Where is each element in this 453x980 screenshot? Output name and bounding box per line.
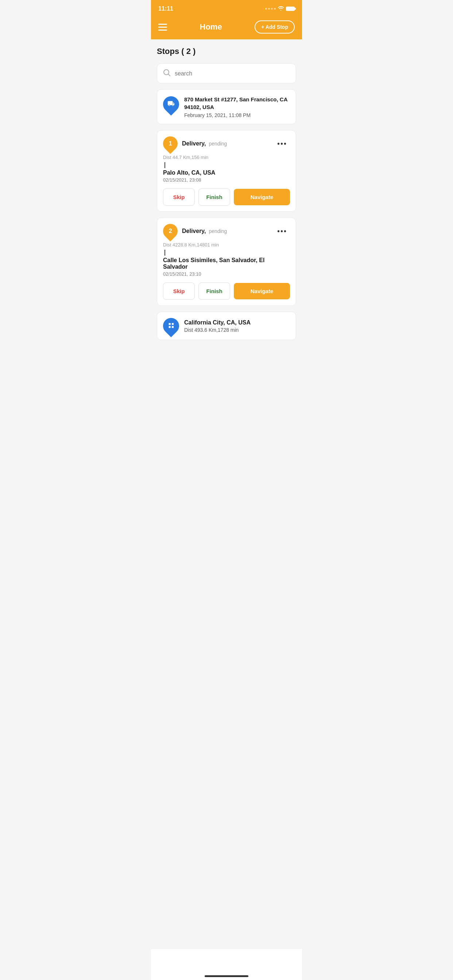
stop-1-left: 1 Delivery, pending — [163, 136, 227, 151]
stop-1-number: 1 — [169, 140, 172, 147]
stop-2-finish-button[interactable]: Finish — [198, 283, 230, 300]
search-bar[interactable] — [157, 64, 296, 83]
stop-2-type-row: Delivery, pending — [182, 228, 227, 234]
wifi-icon — [278, 6, 284, 12]
stop-1-finish-button[interactable]: Finish — [198, 188, 230, 205]
stop-2-skip-button[interactable]: Skip — [163, 283, 195, 300]
main-content: Stops ( 2 ) 870 Market St #1277, San Fra… — [151, 40, 302, 353]
stop-2-divider — [164, 250, 165, 256]
stop-2-dist: Dist 4228.8 Km,14801 min — [163, 242, 290, 248]
stop-1-navigate-button[interactable]: Navigate — [234, 189, 290, 205]
current-location-date: February 15, 2021, 11:08 PM — [184, 112, 290, 118]
current-location-address: 870 Market St #1277, San Francisco, CA 9… — [184, 95, 290, 111]
add-stop-button[interactable]: + Add Stop — [255, 21, 295, 33]
stop-1-type-row: Delivery, pending — [182, 140, 227, 147]
stop-1-more-button[interactable]: ••• — [274, 138, 290, 150]
status-time: 11:11 — [158, 5, 173, 12]
location-pin-icon — [160, 93, 182, 116]
search-input[interactable] — [175, 70, 290, 77]
stop-1-divider — [164, 162, 165, 168]
status-icons — [265, 6, 295, 12]
app-header: Home + Add Stop — [151, 16, 302, 40]
destination-info: California City, CA, USA Dist 493.6 Km,1… — [184, 320, 290, 333]
current-location-card: 870 Market St #1277, San Francisco, CA 9… — [157, 89, 296, 124]
signal-icon — [265, 8, 276, 10]
destination-dist: Dist 493.6 Km,1728 min — [184, 327, 290, 333]
stop-card-2: 2 Delivery, pending ••• Dist 4228.8 Km,1… — [157, 218, 296, 306]
stop-1-dist: Dist 44.7 Km,156 min — [163, 154, 290, 160]
grid-icon — [168, 322, 174, 330]
destination-pin-icon — [160, 315, 182, 337]
stop-card-1: 1 Delivery, pending ••• Dist 44.7 Km,156… — [157, 130, 296, 212]
stop-2-navigate-button[interactable]: Navigate — [234, 283, 290, 299]
stop-1-actions: Skip Finish Navigate — [163, 188, 290, 205]
stop-2-type: Delivery, — [182, 228, 206, 234]
stop-2-more-button[interactable]: ••• — [274, 226, 290, 237]
menu-button[interactable] — [158, 24, 167, 30]
truck-icon — [167, 100, 175, 109]
stop-2-address: Calle Los Sisimiles, San Salvador, El Sa… — [163, 257, 290, 270]
stop-1-status: pending — [209, 141, 227, 146]
stop-1-datetime: 02/15/2021, 23:08 — [163, 177, 290, 183]
stop-1-address: Palo Alto, CA, USA — [163, 170, 290, 176]
destination-name: California City, CA, USA — [184, 320, 290, 326]
stop-2-actions: Skip Finish Navigate — [163, 283, 290, 300]
stop-2-left: 2 Delivery, pending — [163, 224, 227, 239]
stop-2-status: pending — [209, 228, 227, 234]
stop-2-datetime: 02/15/2021, 23:10 — [163, 271, 290, 277]
stop-2-pin: 2 — [160, 221, 181, 242]
stop-1-pin: 1 — [160, 134, 181, 154]
header-title: Home — [200, 22, 222, 32]
current-location-info: 870 Market St #1277, San Francisco, CA 9… — [184, 95, 290, 118]
status-bar: 11:11 — [151, 0, 302, 16]
stop-1-header: 1 Delivery, pending ••• — [163, 136, 290, 151]
battery-icon — [286, 6, 295, 11]
search-icon — [163, 69, 170, 78]
stop-1-skip-button[interactable]: Skip — [163, 188, 195, 205]
stop-2-header: 2 Delivery, pending ••• — [163, 224, 290, 239]
stops-title: Stops ( 2 ) — [157, 47, 296, 56]
stop-2-number: 2 — [169, 228, 172, 234]
stop-1-type: Delivery, — [182, 140, 206, 147]
svg-line-1 — [168, 74, 170, 76]
destination-card: California City, CA, USA Dist 493.6 Km,1… — [157, 312, 296, 340]
